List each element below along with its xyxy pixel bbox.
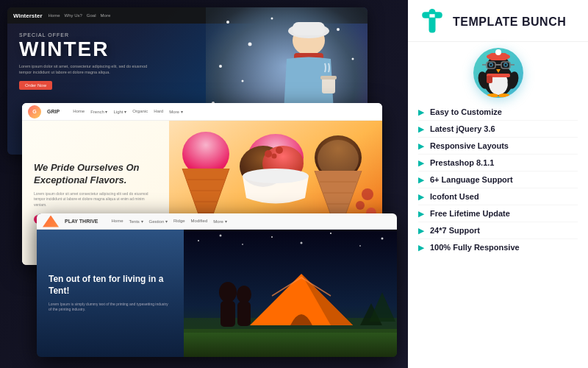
feature-text-7: 24*7 Support: [430, 226, 480, 235]
tent-nav-links: Home Tents ▾ Gestion ▾ Ridge Modified Mo…: [112, 219, 227, 224]
svg-point-83: [504, 63, 506, 66]
svg-rect-67: [429, 15, 436, 32]
svg-point-13: [352, 58, 354, 60]
icecream-nav-home: Home: [73, 109, 85, 114]
screenshot-tent: PLAY THRIVE Home Tents ▾ Gestion ▾ Ridge…: [37, 213, 397, 357]
template-bunch-brand: TEMPLATE BUNCH: [453, 15, 566, 29]
tb-brand-name: TEMPLATE BUNCH: [453, 15, 566, 29]
tent-left-panel: Ten out of ten for living in a Tent! Lor…: [37, 230, 184, 357]
tent-brand-name: PLAY THRIVE: [65, 219, 98, 224]
feature-text-0: Easy to Customize: [430, 107, 502, 116]
svg-rect-63: [237, 302, 251, 326]
feature-arrow-7: ▶: [418, 227, 424, 235]
feature-item-7: ▶ 24*7 Support: [418, 222, 578, 239]
winter-button: Order Now: [19, 81, 52, 90]
svg-rect-54: [184, 329, 397, 357]
winter-nav-links: Home Why Us? Goal More: [49, 13, 111, 18]
svg-rect-71: [429, 14, 434, 18]
svg-point-47: [220, 235, 222, 237]
feature-text-5: Icofont Used: [430, 192, 479, 201]
svg-rect-89: [487, 76, 492, 83]
tent-logo-icon: [43, 216, 59, 227]
icecream-nav-light: Light ▾: [113, 109, 126, 114]
tent-nav-more: More ▾: [213, 219, 226, 224]
svg-point-53: [381, 238, 384, 240]
features-list: ▶ Easy to Customize ▶ Latest jQuery 3.6 …: [408, 101, 588, 368]
feature-item-8: ▶ 100% Fully Responsive: [418, 239, 578, 255]
feature-text-8: 100% Fully Responsive: [430, 243, 520, 252]
feature-arrow-3: ▶: [418, 159, 424, 167]
winter-logo: Winterster: [13, 13, 43, 19]
icecream-logo: G: [28, 105, 41, 118]
svg-point-52: [359, 245, 361, 247]
feature-item-0: ▶ Easy to Customize: [418, 104, 578, 121]
svg-point-11: [242, 80, 244, 82]
tent-right-panel: [184, 230, 397, 357]
feature-text-2: Responsive Layouts: [430, 141, 509, 150]
svg-point-21: [265, 150, 272, 158]
feature-arrow-0: ▶: [418, 108, 424, 116]
tent-headline: Ten out of ten for living in a Tent!: [49, 274, 172, 297]
svg-point-51: [330, 233, 331, 234]
feature-arrow-6: ▶: [418, 210, 424, 218]
winter-nav-goal: Goal: [87, 13, 96, 18]
right-panel: TEMPLATE BUNCH: [408, 0, 588, 368]
tent-nav-gestion: Gestion ▾: [149, 219, 168, 224]
tent-nav: PLAY THRIVE Home Tents ▾ Gestion ▾ Ridge…: [37, 213, 397, 230]
icecream-brand-text: GRIP: [47, 109, 60, 114]
icecream-nav-links: Home French ▾ Light ▾ Organic Hard More …: [73, 109, 182, 114]
tent-nav-home: Home: [112, 219, 123, 224]
winter-nav-more: More: [101, 13, 111, 18]
feature-item-6: ▶ Free Lifetime Update: [418, 205, 578, 222]
feature-item-4: ▶ 6+ Language Support: [418, 171, 578, 188]
svg-point-20: [243, 169, 309, 183]
svg-point-9: [271, 18, 273, 20]
feature-text-3: Prestashop 8.1.1: [430, 158, 494, 167]
feature-text-4: 6+ Language Support: [430, 175, 513, 184]
svg-point-60: [219, 282, 237, 302]
tent-nav-tents: Tents ▾: [129, 219, 143, 224]
svg-point-82: [490, 63, 492, 66]
tent-nav-modified: Modified: [191, 219, 208, 224]
svg-point-12: [337, 28, 340, 31]
svg-point-7: [226, 21, 229, 24]
svg-point-49: [271, 236, 273, 238]
feature-item-1: ▶ Latest jQuery 3.6: [418, 121, 578, 138]
feature-text-1: Latest jQuery 3.6: [430, 124, 495, 133]
svg-point-48: [242, 244, 243, 245]
icecream-nav-organic: Organic: [132, 109, 148, 114]
svg-point-23: [272, 154, 277, 159]
template-bunch-header: TEMPLATE BUNCH: [408, 0, 588, 42]
feature-item-5: ▶ Icofont Used: [418, 188, 578, 205]
icecream-headline: We Pride Ourselves On Exceptional Flavor…: [34, 162, 157, 187]
penguin-mascot-circle: [473, 48, 523, 98]
feature-item-2: ▶ Responsive Layouts: [418, 138, 578, 155]
template-bunch-logo: [419, 9, 445, 35]
svg-point-43: [356, 201, 365, 210]
svg-rect-3: [293, 22, 325, 35]
icecream-description: Lorem ipsum dolor sit amet consectetur a…: [34, 191, 157, 208]
svg-point-50: [301, 242, 303, 244]
svg-point-10: [219, 65, 222, 68]
tent-description: Lorem Ipsum is simply dummy text of the …: [49, 302, 172, 313]
feature-arrow-1: ▶: [418, 125, 424, 133]
svg-point-62: [237, 286, 251, 303]
svg-rect-79: [495, 64, 501, 66]
feature-text-6: Free Lifetime Update: [430, 209, 510, 218]
feature-arrow-2: ▶: [418, 142, 424, 150]
svg-point-8: [248, 43, 252, 46]
svg-rect-61: [220, 301, 235, 327]
icecream-brand-name: GRIP: [47, 109, 60, 114]
feature-arrow-5: ▶: [418, 193, 424, 201]
feature-item-3: ▶ Prestashop 8.1.1: [418, 155, 578, 171]
winter-description: Lorem ipsum dolor sit amet, consectetur …: [19, 64, 151, 75]
winter-nav-why: Why Us?: [65, 13, 82, 18]
svg-point-87: [495, 49, 501, 55]
feature-arrow-8: ▶: [418, 244, 424, 252]
svg-point-42: [362, 188, 373, 200]
left-panel: Winterster Home Why Us? Goal More Specia…: [0, 0, 408, 368]
svg-point-46: [198, 240, 199, 241]
tent-nav-ridge: Ridge: [173, 219, 185, 224]
icecream-nav-more: More ▾: [169, 109, 182, 114]
winter-nav-home: Home: [49, 13, 60, 18]
